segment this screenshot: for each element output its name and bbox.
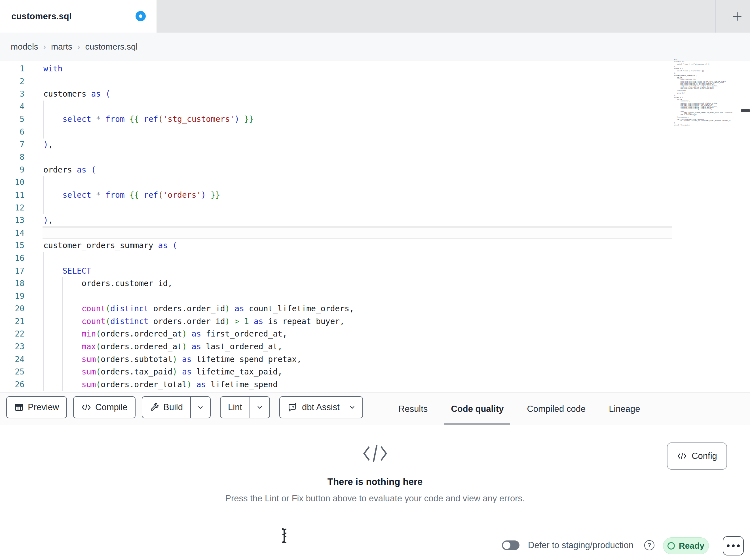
empty-state-description: Press the Lint or Fix button above to ev…: [225, 494, 525, 504]
dbt-assist-button[interactable]: dbt Assist: [279, 396, 363, 418]
code-line: select * from {{ ref('orders') }}: [43, 189, 354, 202]
status-bar: Defer to staging/production ? Ready: [0, 532, 750, 560]
code-line: count(distinct orders.order_id) > 1 as i…: [43, 315, 354, 328]
code-line: with: [43, 63, 354, 75]
code-line: orders.customer_id,: [43, 277, 354, 290]
tab-bar-divider: [715, 0, 716, 33]
code-line: count(distinct orders.order_id) as count…: [43, 303, 354, 315]
line-number: 15: [0, 240, 24, 252]
build-button[interactable]: Build: [142, 396, 211, 418]
chat-sparkle-icon: [287, 402, 298, 413]
code-line: ),: [43, 139, 354, 151]
code-line: [43, 151, 354, 164]
chevron-down-icon: [256, 403, 264, 411]
gutter: 1234567891011121314151617181920212223242…: [0, 63, 24, 391]
line-number: 5: [0, 113, 24, 126]
code-line: [43, 227, 354, 240]
dbt-assist-dropdown-button[interactable]: [347, 397, 362, 418]
code-lines: withcustomers as ( select * from {{ ref(…: [43, 63, 354, 391]
lint-button-label: Lint: [228, 402, 242, 412]
line-number: 8: [0, 151, 24, 164]
code-line: orders as (: [43, 164, 354, 177]
dbt-assist-button-label: dbt Assist: [302, 402, 340, 412]
tab-code-quality[interactable]: Code quality: [451, 393, 504, 425]
preview-button-label: Preview: [28, 402, 59, 412]
minimap[interactable]: with customers as ( select * from {{ ref…: [674, 59, 740, 128]
compile-button-label: Compile: [95, 402, 127, 412]
table-icon: [14, 402, 24, 412]
more-options-button[interactable]: [723, 536, 744, 556]
code-slash-icon: [361, 442, 389, 464]
config-button[interactable]: Config: [667, 442, 727, 470]
line-number: 16: [0, 252, 24, 265]
unsaved-changes-dot-icon: [136, 11, 146, 21]
line-number: 6: [0, 126, 24, 139]
line-number: 19: [0, 290, 24, 303]
status-badge-label: Ready: [679, 541, 704, 551]
code-line: ),: [43, 214, 354, 227]
code-line: min(orders.ordered_at) as first_ordered_…: [43, 328, 354, 340]
code-line: [43, 252, 354, 265]
panel-tabs: ResultsCode qualityCompiled codeLineage: [398, 393, 640, 425]
line-number: 3: [0, 88, 24, 101]
editor-scrollbar-track: [741, 61, 741, 392]
line-number: 23: [0, 340, 24, 353]
minimap-code: with customers as ( select * from {{ ref…: [674, 59, 710, 126]
line-number: 24: [0, 353, 24, 366]
breadcrumb-item[interactable]: models: [11, 42, 38, 51]
file-tab[interactable]: customers.sql: [0, 0, 157, 33]
breadcrumb-item[interactable]: marts: [51, 42, 72, 51]
code-line: customer_orders_summary as (: [43, 240, 354, 252]
code-line: [43, 202, 354, 214]
chevron-down-icon: [348, 403, 356, 411]
line-number: 14: [0, 227, 24, 240]
build-button-label: Build: [163, 402, 183, 412]
defer-label: Defer to staging/production: [528, 532, 633, 558]
breadcrumb: models›marts›customers.sql: [11, 42, 138, 51]
toggle-knob: [503, 542, 510, 549]
code-line: sum(orders.order_total) as lifetime_spen…: [43, 378, 354, 391]
compile-button[interactable]: Compile: [73, 396, 136, 418]
tab-bar: customers.sql: [0, 0, 750, 33]
line-number: 12: [0, 202, 24, 214]
status-circle-icon: [668, 542, 675, 549]
code-icon: [677, 452, 687, 460]
line-number: 20: [0, 303, 24, 315]
code-editor[interactable]: 1234567891011121314151617181920212223242…: [0, 61, 750, 392]
breadcrumb-separator: ›: [77, 42, 80, 51]
line-number: 10: [0, 176, 24, 189]
lint-dropdown-button[interactable]: [250, 397, 269, 418]
line-number: 7: [0, 139, 24, 151]
file-tab-title: customers.sql: [11, 11, 72, 22]
build-dropdown-button[interactable]: [190, 397, 210, 418]
help-icon[interactable]: ?: [644, 540, 654, 551]
code-icon: [81, 403, 91, 412]
code-line: sum(orders.subtotal) as lifetime_spend_p…: [43, 353, 354, 366]
line-number: 13: [0, 214, 24, 227]
breadcrumb-separator: ›: [43, 42, 46, 51]
code-line: max(orders.ordered_at) as last_ordered_a…: [43, 340, 354, 353]
breadcrumb-bar: models›marts›customers.sql Save: [0, 33, 750, 61]
scrollbar-marker[interactable]: [741, 109, 750, 112]
plus-icon: [731, 10, 744, 23]
defer-toggle[interactable]: [502, 540, 519, 550]
code-line: SELECT: [43, 265, 354, 277]
preview-button[interactable]: Preview: [6, 396, 67, 418]
line-number: 22: [0, 328, 24, 340]
line-number: 18: [0, 277, 24, 290]
lint-button[interactable]: Lint: [220, 396, 270, 418]
tab-compiled-code[interactable]: Compiled code: [527, 393, 586, 425]
editor-toolbar: Preview Compile Build Lint: [0, 392, 750, 425]
config-button-label: Config: [692, 451, 717, 461]
line-number: 4: [0, 101, 24, 113]
line-number: 21: [0, 315, 24, 328]
tab-lineage[interactable]: Lineage: [609, 393, 640, 425]
code-line: [43, 290, 354, 303]
breadcrumb-item[interactable]: customers.sql: [85, 42, 138, 51]
text-cursor-pointer: [278, 528, 290, 544]
chevron-down-icon: [197, 403, 204, 411]
new-tab-button[interactable]: [726, 5, 749, 28]
tab-results[interactable]: Results: [398, 393, 428, 425]
empty-state-title: There is nothing here: [328, 476, 423, 487]
line-number: 26: [0, 378, 24, 391]
